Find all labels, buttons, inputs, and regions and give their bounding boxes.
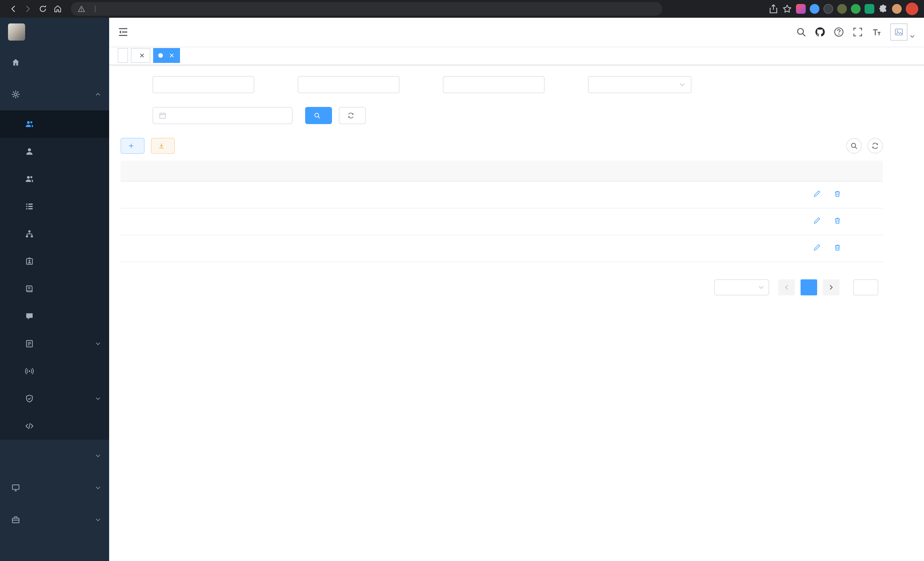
security-warning-icon	[78, 5, 85, 13]
edit-link[interactable]	[813, 190, 822, 198]
contact-input[interactable]	[298, 76, 399, 93]
delete-link[interactable]	[834, 190, 843, 198]
extension-colorful-icon[interactable]	[796, 4, 806, 14]
sidebar-item-online-users[interactable]	[0, 357, 109, 385]
browser-forward-button[interactable]	[21, 2, 35, 16]
page-size-select[interactable]	[714, 279, 769, 295]
mobile-input[interactable]	[443, 76, 544, 93]
github-icon[interactable]	[815, 27, 825, 37]
goto-page-input[interactable]	[853, 279, 878, 295]
next-page-button[interactable]	[823, 279, 839, 295]
table-row	[121, 181, 883, 208]
chevron-right-icon	[828, 284, 835, 291]
sidebar-fold-button[interactable]	[118, 27, 129, 38]
trash-icon	[834, 217, 841, 224]
browser-reload-button[interactable]	[35, 2, 50, 16]
sidebar-item-home[interactable]	[0, 46, 109, 78]
fullscreen-icon[interactable]	[853, 27, 863, 37]
filter-tenant-name	[121, 76, 254, 93]
tab-home[interactable]	[118, 48, 128, 63]
plus-icon	[128, 143, 134, 149]
browser-back-button[interactable]	[6, 2, 21, 16]
app-logo[interactable]	[0, 18, 109, 46]
extension-green-square-icon[interactable]	[865, 4, 874, 14]
message-icon	[25, 312, 34, 320]
extension-olive-icon[interactable]	[837, 4, 847, 14]
pencil-icon	[813, 244, 820, 251]
sidebar-item-tenant[interactable]	[0, 110, 109, 138]
cell-status	[563, 208, 675, 235]
toolbar-right	[846, 138, 883, 153]
search-button[interactable]	[305, 107, 332, 124]
filter-row-1	[121, 76, 913, 93]
date-range-picker[interactable]	[153, 107, 292, 124]
col-operations	[773, 161, 883, 181]
col-status	[563, 161, 675, 181]
tab-dept[interactable]	[131, 48, 150, 63]
tenant-table	[121, 161, 883, 262]
monitor-icon	[11, 484, 20, 492]
refresh-table-button[interactable]	[867, 138, 883, 153]
edit-link[interactable]	[813, 244, 822, 251]
home-icon	[11, 58, 20, 67]
extension-blue-icon[interactable]	[810, 4, 819, 14]
cell-created-at	[675, 235, 773, 262]
sidebar-item-payment[interactable]	[0, 440, 109, 472]
tenant-name-input[interactable]	[153, 76, 254, 93]
font-size-icon[interactable]	[872, 27, 882, 37]
sidebar	[0, 18, 109, 561]
avatar-image	[890, 23, 908, 41]
sidebar-item-system[interactable]	[0, 78, 109, 110]
close-icon[interactable]	[169, 52, 175, 59]
sidebar-item-posts[interactable]	[0, 248, 109, 275]
current-page-button[interactable]	[801, 279, 817, 295]
sidebar-item-departments[interactable]	[0, 220, 109, 248]
share-icon[interactable]	[769, 4, 778, 14]
reset-button[interactable]	[339, 107, 366, 124]
delete-link[interactable]	[834, 217, 843, 224]
browser-profile-avatar[interactable]	[892, 4, 902, 14]
extension-green-circle-icon[interactable]	[851, 4, 861, 14]
sidebar-item-dict[interactable]	[0, 275, 109, 302]
toggle-search-button[interactable]	[846, 138, 862, 153]
sidebar-item-dev-tools[interactable]	[0, 504, 109, 536]
sidebar-item-audit-log[interactable]	[0, 330, 109, 357]
sidebar-item-roles[interactable]	[0, 165, 109, 193]
delete-link[interactable]	[834, 244, 843, 251]
user-avatar-dropdown[interactable]	[890, 23, 915, 41]
sidebar-item-notice[interactable]	[0, 302, 109, 330]
status-select[interactable]	[588, 76, 692, 93]
book-icon	[25, 284, 34, 293]
help-icon[interactable]	[834, 27, 844, 37]
chevron-left-icon	[783, 284, 790, 291]
sidebar-item-sms[interactable]	[0, 385, 109, 412]
user-icon	[25, 147, 34, 156]
export-button[interactable]	[151, 138, 175, 154]
browser-update-button[interactable]	[906, 3, 918, 15]
cell-operations	[773, 235, 883, 262]
address-bar[interactable]	[71, 2, 662, 16]
tab-tenant[interactable]	[153, 48, 180, 63]
extension-dark-icon[interactable]	[824, 4, 833, 14]
cell-contact	[344, 235, 454, 262]
browser-home-button[interactable]	[50, 2, 65, 16]
sidebar-item-error-codes[interactable]	[0, 412, 109, 440]
add-button[interactable]	[121, 138, 145, 154]
sidebar-item-users[interactable]	[0, 138, 109, 165]
bookmark-star-icon[interactable]	[782, 4, 792, 14]
log-icon	[25, 339, 34, 348]
roles-icon	[25, 175, 34, 183]
goto-page	[849, 279, 883, 295]
cell-mobile	[454, 235, 563, 262]
top-navbar	[109, 18, 924, 46]
close-icon[interactable]	[139, 52, 145, 59]
prev-page-button[interactable]	[778, 279, 795, 295]
table-row	[121, 235, 883, 262]
sidebar-item-menus[interactable]	[0, 193, 109, 220]
logo-image	[8, 23, 25, 41]
online-icon	[25, 367, 34, 375]
sidebar-item-infrastructure[interactable]	[0, 472, 109, 504]
search-icon[interactable]	[796, 27, 806, 37]
extensions-puzzle-icon[interactable]	[878, 4, 888, 14]
edit-link[interactable]	[813, 217, 822, 224]
